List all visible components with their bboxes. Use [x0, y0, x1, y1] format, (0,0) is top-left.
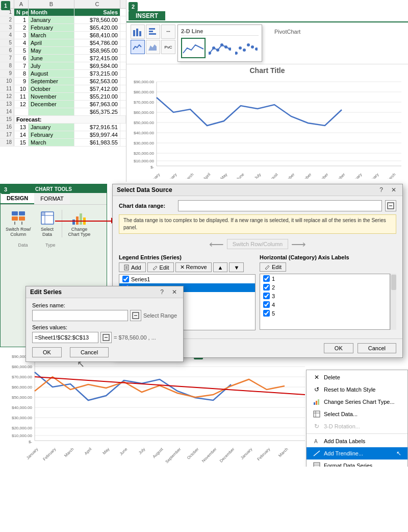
svg-rect-55: [12, 211, 18, 215]
axis-checkbox-5[interactable]: [263, 310, 270, 317]
axis-checkbox-1[interactable]: [263, 275, 270, 282]
axis-item-2[interactable]: 2: [260, 283, 390, 292]
edit-series-cancel-btn[interactable]: Cancel: [70, 347, 109, 357]
chart-bar-btn[interactable]: [146, 25, 160, 39]
delete-icon: ✕: [313, 373, 321, 381]
group-type-label: Type: [45, 243, 56, 248]
axis-label-3: 3: [272, 293, 275, 299]
axis-checkbox-2[interactable]: [263, 284, 270, 291]
cell-6a: 5: [14, 47, 29, 54]
svg-text:November: November: [201, 447, 218, 464]
axis-item-4[interactable]: 4: [260, 300, 390, 309]
cell-8c: $69,584.00: [74, 62, 120, 69]
dialog-close-btn[interactable]: ✕: [389, 186, 398, 194]
line-chart-opt-3[interactable]: [234, 38, 259, 58]
dialog-titlebar: Select Data Source ? ✕: [113, 184, 402, 196]
ctx-delete-label: Delete: [324, 374, 340, 380]
series1-item[interactable]: Series1: [119, 275, 255, 283]
ctx-format-data-series-label: Format Data Series...: [324, 463, 377, 467]
axis-item-5[interactable]: 5: [260, 309, 390, 318]
series1-checkbox[interactable]: [122, 276, 129, 282]
chart-area-btn[interactable]: [146, 40, 160, 54]
series-name-range-btn[interactable]: [130, 310, 141, 321]
series-values-input[interactable]: [32, 332, 98, 343]
axis-item-3[interactable]: 3: [260, 292, 390, 300]
select-data-icon: [39, 210, 56, 226]
move-down-btn[interactable]: ▼: [229, 262, 244, 272]
ctx-add-data-labels[interactable]: A Add Data Labels: [307, 435, 407, 447]
ctx-add-trendline[interactable]: Add Trendline... ↖: [307, 447, 407, 460]
cell-4c: $68,410.00: [74, 32, 120, 39]
chart-data-range-label: Chart data range:: [119, 203, 175, 209]
svg-text:January: January: [26, 447, 39, 460]
svg-text:$50,000.00: $50,000.00: [12, 395, 33, 400]
axis-checkbox-4[interactable]: [263, 301, 270, 308]
svg-text:$30,000.00: $30,000.00: [12, 416, 33, 420]
cell-7c: $72,415.00: [74, 55, 120, 62]
switch-arrow-left: ⟵: [209, 238, 224, 250]
ctx-add-trendline-label: Add Trendline...: [324, 450, 363, 456]
svg-point-14: [239, 46, 242, 50]
ctx-select-data[interactable]: Select Data...: [307, 408, 407, 420]
ctx-change-chart-type[interactable]: Change Series Chart Type...: [307, 396, 407, 408]
dropdown-title: 2-D Line: [181, 28, 259, 36]
chart-data-range-input[interactable]: [178, 200, 382, 211]
svg-point-10: [220, 43, 223, 46]
svg-point-9: [216, 49, 219, 52]
svg-text:September: September: [164, 447, 182, 464]
chart-pivot-btn[interactable]: PvC: [161, 40, 175, 54]
insert-tab[interactable]: INSERT: [129, 11, 165, 20]
svg-text:February: February: [256, 447, 271, 462]
axis-label-4: 4: [272, 302, 275, 308]
edit-series-close-btn[interactable]: ✕: [170, 288, 179, 296]
ctx-reset-style[interactable]: ↺ Reset to Match Style: [307, 383, 407, 396]
col-b-header: B: [29, 0, 74, 8]
move-up-btn[interactable]: ▲: [213, 262, 228, 272]
format-tab[interactable]: FORMAT: [34, 193, 70, 204]
edit-series-btn[interactable]: Edit: [147, 262, 174, 272]
select-data-tool[interactable]: SelectData: [36, 208, 59, 239]
svg-rect-3: [149, 28, 155, 30]
chart-data-range-btn[interactable]: [385, 200, 396, 211]
3d-rotation-icon: ↻: [313, 422, 321, 430]
series-values-range-btn[interactable]: [100, 332, 112, 343]
remove-series-btn[interactable]: ✕ Remove: [175, 262, 212, 272]
chart-svg-top: $90,000.00 $80,000.00 $70,000.00 $60,000…: [129, 77, 404, 179]
reset-style-icon: ↺: [313, 385, 321, 394]
cell-16b: January: [29, 124, 74, 131]
line-chart-opt-2[interactable]: [208, 38, 232, 58]
svg-text:February: February: [163, 172, 177, 179]
cell-14c: $65,375.25: [74, 108, 120, 115]
switch-row-col-btn[interactable]: Switch Row/Column: [227, 239, 288, 249]
cell-3c: $65,420.00: [74, 24, 120, 31]
chart-more-btn[interactable]: ···: [161, 25, 175, 39]
line-chart-opt-1[interactable]: [181, 38, 206, 58]
chart-col-btn[interactable]: [131, 25, 145, 39]
ctx-format-data-series[interactable]: Format Data Series...: [307, 460, 407, 467]
ctx-delete[interactable]: ✕ Delete: [307, 371, 407, 383]
svg-text:January: January: [147, 172, 161, 179]
design-tab[interactable]: DESIGN: [1, 193, 34, 204]
axis-checkbox-3[interactable]: [263, 293, 270, 299]
svg-text:$50,000.00: $50,000.00: [134, 120, 155, 125]
edit-series-help-btn[interactable]: ?: [158, 288, 166, 296]
series-name-input[interactable]: [32, 310, 128, 321]
add-series-btn[interactable]: Add: [119, 262, 146, 272]
svg-line-100: [35, 377, 305, 395]
row18-num: 18: [0, 139, 14, 146]
dialog-help-btn[interactable]: ?: [377, 186, 385, 194]
svg-text:March: March: [183, 172, 194, 179]
change-chart-type-tool[interactable]: ChangeChart Type: [65, 208, 94, 239]
select-data-cancel-btn[interactable]: Cancel: [358, 343, 396, 353]
chart-line-btn[interactable]: [131, 40, 145, 54]
edit-axis-btn[interactable]: Edit: [260, 262, 286, 272]
edit-series-ok-btn[interactable]: OK: [32, 347, 62, 357]
edit-series-titlebar: Edit Series ? ✕: [26, 286, 183, 298]
svg-rect-5: [149, 33, 156, 35]
row11-num: 11: [0, 85, 14, 92]
select-data-ok-btn[interactable]: OK: [324, 343, 353, 353]
axis-scrollbar[interactable]: [390, 274, 396, 330]
axis-item-1[interactable]: 1: [260, 274, 390, 283]
switch-row-col-tool[interactable]: Switch Row/Column: [3, 208, 34, 239]
cell-9b: August: [29, 70, 74, 77]
